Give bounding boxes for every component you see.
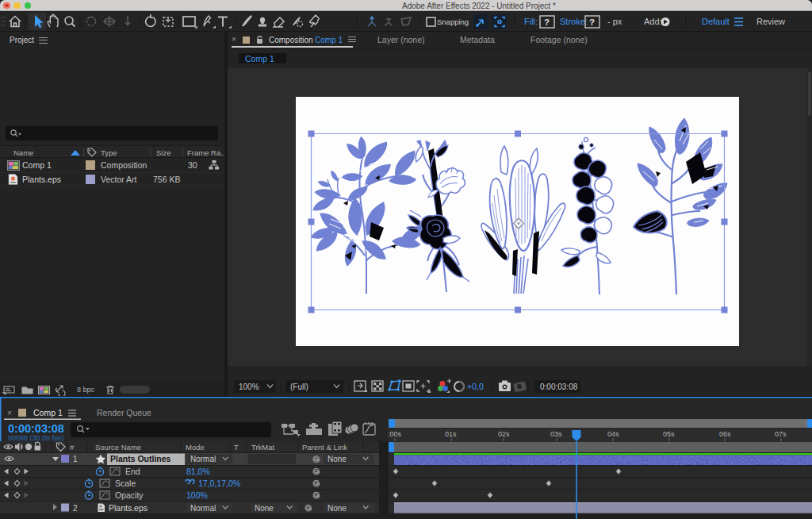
svg-text:Parent & Link: Parent & Link	[302, 443, 347, 452]
svg-text:T: T	[234, 443, 239, 452]
svg-text:05s: 05s	[663, 430, 675, 438]
svg-text::00s: :00s	[388, 430, 402, 438]
svg-text:Plants.eps: Plants.eps	[109, 503, 147, 513]
svg-text:None: None	[255, 504, 274, 513]
svg-text:Source Name: Source Name	[95, 443, 141, 452]
svg-text:06s: 06s	[719, 430, 731, 438]
svg-text:1: 1	[73, 455, 78, 463]
svg-text:17,0,17,0%: 17,0,17,0%	[198, 479, 240, 488]
svg-text:Render Queue: Render Queue	[97, 408, 151, 417]
svg-text:Normal: Normal	[190, 455, 216, 463]
svg-text:None: None	[327, 504, 347, 513]
svg-text:2: 2	[73, 504, 78, 513]
svg-text:81,0%: 81,0%	[186, 467, 210, 476]
svg-text:×: ×	[7, 408, 12, 417]
svg-text:03s: 03s	[550, 430, 562, 438]
svg-text:?: ?	[544, 17, 550, 27]
svg-text:Plants Outlines: Plants Outlines	[110, 454, 171, 463]
svg-text:100%: 100%	[186, 490, 208, 500]
svg-text:Opacity: Opacity	[115, 490, 144, 500]
svg-text:100%: 100%	[239, 383, 259, 391]
svg-text:(Full): (Full)	[290, 383, 308, 391]
svg-text:+0,0: +0,0	[467, 382, 484, 391]
svg-text:Default: Default	[702, 17, 730, 26]
svg-text:Fill:: Fill:	[524, 17, 538, 26]
svg-text:Comp 1: Comp 1	[33, 408, 63, 417]
svg-text:- px: - px	[607, 17, 622, 26]
svg-text:Scale: Scale	[115, 479, 136, 488]
svg-text:Mode: Mode	[186, 443, 205, 452]
svg-text:Snapping: Snapping	[437, 17, 469, 26]
svg-text:Stroke:: Stroke:	[560, 17, 588, 26]
svg-text:00098 (30.00 fps): 00098 (30.00 fps)	[8, 434, 64, 442]
svg-text:Normal: Normal	[190, 504, 216, 513]
svg-text:None: None	[327, 455, 347, 463]
svg-text:01s: 01s	[445, 430, 457, 438]
svg-text:Review: Review	[756, 17, 785, 26]
svg-text:?: ?	[589, 17, 595, 27]
svg-text:07s: 07s	[775, 430, 787, 438]
svg-text:8 bpc: 8 bpc	[77, 386, 95, 394]
svg-text:02s: 02s	[498, 430, 510, 438]
svg-text:Add:: Add:	[644, 17, 662, 26]
svg-text:End: End	[125, 467, 140, 476]
svg-text:0:00:03:08: 0:00:03:08	[540, 383, 578, 391]
svg-text:TrkMat: TrkMat	[251, 443, 275, 452]
svg-text:04s: 04s	[607, 430, 619, 438]
svg-text:#: #	[70, 443, 75, 452]
